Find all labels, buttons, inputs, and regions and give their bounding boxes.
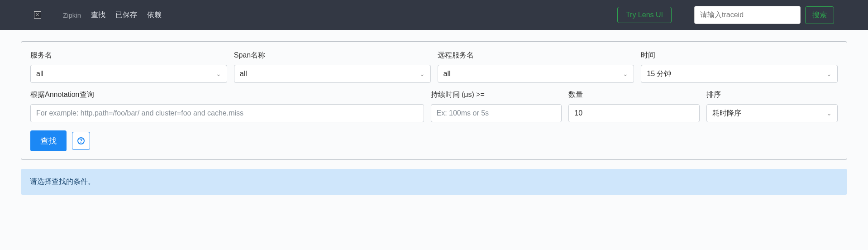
service-select[interactable]: all ⌄ [30, 65, 227, 83]
sort-select[interactable]: 耗时降序 ⌄ [706, 104, 838, 122]
help-button[interactable]: ? [72, 132, 90, 150]
search-button[interactable]: 搜索 [805, 6, 834, 24]
limit-label: 数量 [568, 90, 700, 100]
nav-dependencies[interactable]: 依赖 [147, 10, 162, 20]
span-label: Span名称 [234, 51, 431, 60]
field-time: 时间 15 分钟 ⌄ [641, 51, 838, 83]
time-select[interactable]: 15 分钟 ⌄ [641, 65, 838, 83]
service-label: 服务名 [30, 51, 227, 60]
field-limit: 数量 10 [568, 90, 700, 122]
search-form-panel: 服务名 all ⌄ Span名称 all ⌄ 远程服务名 all ⌄ [21, 41, 847, 160]
sort-label: 排序 [706, 90, 838, 100]
trace-id-input[interactable] [694, 6, 801, 24]
time-value: 15 分钟 [647, 69, 671, 79]
chevron-down-icon: ⌄ [420, 70, 425, 77]
form-actions: 查找 ? [30, 130, 838, 151]
remote-value: all [444, 70, 451, 78]
remote-select[interactable]: all ⌄ [438, 65, 634, 83]
field-service: 服务名 all ⌄ [30, 51, 227, 83]
try-lens-button[interactable]: Try Lens UI [617, 7, 672, 23]
field-annotation: 根据Annotation查询 For example: http.path=/f… [30, 90, 424, 122]
nav-find[interactable]: 查找 [91, 10, 105, 20]
duration-label: 持续时间 (μs) >= [431, 90, 562, 100]
main-container: 服务名 all ⌄ Span名称 all ⌄ 远程服务名 all ⌄ [0, 30, 868, 206]
form-row-2: 根据Annotation查询 For example: http.path=/f… [30, 90, 838, 122]
info-banner: 请选择查找的条件。 [21, 169, 847, 195]
limit-input[interactable]: 10 [568, 104, 700, 122]
field-span: Span名称 all ⌄ [234, 51, 431, 83]
chevron-down-icon: ⌄ [623, 70, 628, 77]
question-icon: ? [77, 137, 85, 144]
annotation-label: 根据Annotation查询 [30, 90, 424, 100]
logo-broken-icon [34, 11, 41, 19]
limit-value: 10 [574, 109, 582, 117]
chevron-down-icon: ⌄ [216, 70, 221, 77]
annotation-placeholder: For example: http.path=/foo/bar/ and clu… [36, 109, 243, 117]
span-value: all [240, 70, 247, 78]
span-select[interactable]: all ⌄ [234, 65, 431, 83]
find-button[interactable]: 查找 [30, 130, 67, 151]
chevron-down-icon: ⌄ [826, 110, 832, 117]
form-row-1: 服务名 all ⌄ Span名称 all ⌄ 远程服务名 all ⌄ [30, 51, 838, 83]
nav-saved[interactable]: 已保存 [115, 10, 137, 20]
remote-label: 远程服务名 [438, 51, 634, 60]
brand-label: Zipkin [63, 11, 81, 19]
service-value: all [36, 70, 43, 78]
nav-links: Zipkin 查找 已保存 依赖 [63, 10, 162, 20]
duration-placeholder: Ex: 100ms or 5s [437, 109, 489, 117]
time-label: 时间 [641, 51, 838, 60]
top-header: Zipkin 查找 已保存 依赖 Try Lens UI 搜索 [0, 0, 868, 30]
field-sort: 排序 耗时降序 ⌄ [706, 90, 838, 122]
field-duration: 持续时间 (μs) >= Ex: 100ms or 5s [431, 90, 562, 122]
chevron-down-icon: ⌄ [826, 70, 832, 77]
field-remote: 远程服务名 all ⌄ [438, 51, 634, 83]
duration-input[interactable]: Ex: 100ms or 5s [431, 104, 562, 122]
sort-value: 耗时降序 [712, 109, 741, 118]
info-message: 请选择查找的条件。 [30, 178, 95, 185]
annotation-input[interactable]: For example: http.path=/foo/bar/ and clu… [30, 104, 424, 122]
